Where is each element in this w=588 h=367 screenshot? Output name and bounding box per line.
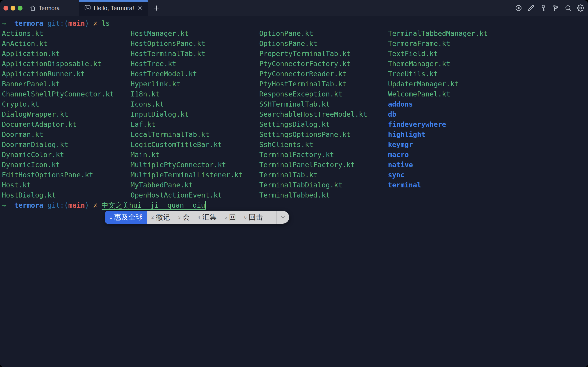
search-icon[interactable] <box>564 4 572 12</box>
file-entry: SshClients.kt <box>259 140 388 150</box>
file-entry: ChannelShellPtyConnector.kt <box>2 89 131 99</box>
edit-pencil-icon[interactable] <box>527 4 535 12</box>
file-entry: TerminalTab.kt <box>259 170 388 180</box>
directory-entry: findeverywhere <box>388 119 517 130</box>
git-branch: main <box>68 19 85 27</box>
candidate-index: 1 <box>110 212 112 222</box>
directory-entry: terminal <box>388 180 517 190</box>
file-entry: ThemeManager.kt <box>388 59 517 69</box>
tab-hello-termora[interactable]: Hello, Termora! <box>79 0 148 16</box>
file-entry: Laf.kt <box>131 119 259 130</box>
composition-cjk: 中文之美 <box>102 201 129 209</box>
file-entry: HostManager.kt <box>131 28 259 39</box>
file-entry: ApplicationDisposable.kt <box>2 59 131 69</box>
directory-entry: addons <box>388 99 517 109</box>
terminal-icon <box>84 4 91 12</box>
file-entry: Main.kt <box>131 150 259 160</box>
file-entry: TextField.kt <box>388 49 517 59</box>
file-entry: InputDialog.kt <box>131 109 259 119</box>
file-entry: UpdaterManager.kt <box>388 79 517 89</box>
settings-gear-icon[interactable] <box>577 4 584 12</box>
ime-composition: 中文之美hui ji quan qiu <box>102 201 206 210</box>
candidate-text: 回 <box>229 212 236 222</box>
file-entry: SSHTerminalTab.kt <box>259 99 388 109</box>
ime-expand-button[interactable] <box>276 211 289 224</box>
file-entry: Doorman.kt <box>2 130 131 140</box>
tab-close-icon[interactable] <box>137 5 143 11</box>
ime-candidate[interactable]: 2徽记 <box>147 211 174 224</box>
file-entry: Crypto.kt <box>2 99 131 109</box>
ime-candidate[interactable]: 4汇集 <box>194 211 221 224</box>
file-entry: DoormanDialog.kt <box>2 140 131 150</box>
candidate-text: 徽记 <box>156 212 170 222</box>
file-entry: PtyHostTerminalTab.kt <box>259 79 388 89</box>
text-cursor <box>205 201 206 209</box>
ls-column: Actions.ktAnAction.ktApplication.ktAppli… <box>2 28 131 200</box>
ime-candidate[interactable]: 1惠及全球 <box>105 211 147 224</box>
branch-icon[interactable] <box>552 4 560 12</box>
file-entry: SearchableHostTreeModel.kt <box>259 109 388 119</box>
file-entry: HostOptionsPane.kt <box>131 39 259 49</box>
file-entry: MyTabbedPane.kt <box>131 180 259 190</box>
file-entry: TerminalPanelFactory.kt <box>259 160 388 170</box>
file-entry: SettingsDialog.kt <box>259 119 388 130</box>
git-suffix: ) <box>85 201 89 209</box>
app-window: Termora Hello, Termora! <box>0 0 588 367</box>
app-home[interactable]: Termora <box>29 0 60 16</box>
file-entry: EditHostOptionsPane.kt <box>2 170 131 180</box>
candidate-index: 2 <box>151 212 154 222</box>
zoom-window-button[interactable] <box>18 6 23 11</box>
close-window-button[interactable] <box>3 6 8 11</box>
file-entry: I18n.kt <box>131 89 259 99</box>
file-entry: PropertyTerminalTab.kt <box>259 49 388 59</box>
file-entry: TermoraFrame.kt <box>388 39 517 49</box>
terminal[interactable]: → termora git:(main) ✗ ls Actions.ktAnAc… <box>0 16 588 367</box>
candidate-index: 6 <box>244 212 247 222</box>
file-entry: HostDialog.kt <box>2 190 131 200</box>
git-dirty-mark: ✗ <box>93 201 97 209</box>
git-prefix: git:( <box>48 19 68 27</box>
candidate-text: 会 <box>182 212 190 222</box>
ime-candidate[interactable]: 6回击 <box>240 211 267 224</box>
record-icon[interactable] <box>515 4 522 12</box>
new-tab-button[interactable] <box>152 0 161 16</box>
ls-column: TerminalTabbedManager.ktTermoraFrame.ktT… <box>388 28 517 190</box>
file-entry: Host.kt <box>2 180 131 190</box>
file-entry: SettingsOptionsPane.kt <box>259 130 388 140</box>
key-icon[interactable] <box>540 4 547 12</box>
ime-candidate[interactable]: 5回 <box>221 211 240 224</box>
candidate-index: 5 <box>225 212 227 222</box>
file-entry: Hyperlink.kt <box>131 79 259 89</box>
file-entry: HostTerminalTab.kt <box>131 49 259 59</box>
minimize-window-button[interactable] <box>11 6 15 11</box>
file-entry: DocumentAdaptor.kt <box>2 119 131 130</box>
command-text: ls <box>102 19 110 27</box>
git-branch: main <box>68 201 85 209</box>
file-entry: BannerPanel.kt <box>2 79 131 89</box>
window-controls <box>3 0 23 16</box>
prompt-line-2: → termora git:(main) ✗ 中文之美hui ji quan q… <box>2 200 588 210</box>
file-entry: DialogWrapper.kt <box>2 109 131 119</box>
file-entry: AnAction.kt <box>2 39 131 49</box>
ime-candidate[interactable]: 3会 <box>174 211 194 224</box>
file-entry: PtyConnectorReader.kt <box>259 69 388 79</box>
home-icon <box>29 5 36 11</box>
ls-column: HostManager.ktHostOptionsPane.ktHostTerm… <box>131 28 259 200</box>
candidate-text: 汇集 <box>202 212 217 222</box>
file-entry: OptionsPane.kt <box>259 39 388 49</box>
candidate-index: 3 <box>178 212 181 222</box>
candidate-text: 惠及全球 <box>114 212 143 222</box>
composition-pinyin: hui ji quan qiu <box>129 201 205 209</box>
prompt-arrow: → <box>2 201 6 209</box>
file-entry: Icons.kt <box>131 99 259 109</box>
app-title: Termora <box>39 5 60 11</box>
ime-candidate-bar: 1惠及全球2徽记3会4汇集5回6回击 <box>105 211 289 224</box>
ime-candidates: 1惠及全球2徽记3会4汇集5回6回击 <box>105 211 267 224</box>
file-entry: TerminalFactory.kt <box>259 150 388 160</box>
file-entry: Actions.kt <box>2 28 131 39</box>
directory-entry: native <box>388 160 517 170</box>
file-entry: LocalTerminalTab.kt <box>131 130 259 140</box>
ls-column: OptionPane.ktOptionsPane.ktPropertyTermi… <box>259 28 388 200</box>
directory-entry: highlight <box>388 130 517 140</box>
file-entry: OpenHostActionEvent.kt <box>131 190 259 200</box>
